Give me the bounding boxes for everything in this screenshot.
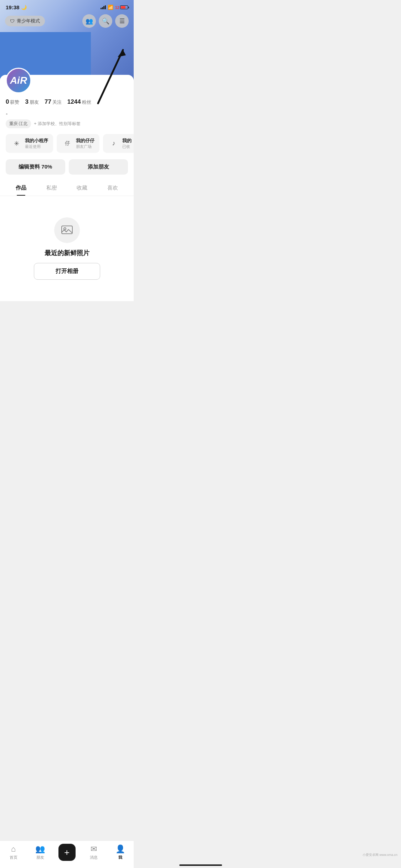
stat-friends-number: 3 [25, 98, 28, 105]
music-title: 我的 [122, 138, 132, 144]
youth-mode-label: 青少年模式 [17, 18, 40, 24]
tab-private[interactable]: 私密 [36, 180, 67, 196]
mini-program-icon: ✳ [11, 138, 22, 149]
wifi-icon: 📶 [108, 5, 113, 10]
mini-program-sub: 最近使用 [25, 144, 48, 149]
add-tag-button[interactable]: + 添加学校、性别等标签 [34, 121, 80, 127]
stat-likes-number: 0 [6, 98, 9, 105]
music-text: 我的 已收 [122, 138, 132, 149]
youth-mode-shield-icon: 🛡 [10, 19, 15, 24]
status-icons: 📶 12 [101, 5, 128, 10]
quick-action-mini-programs[interactable]: ✳ 我的小程序 最近使用 [6, 134, 53, 153]
header-controls: 🛡 青少年模式 👥 🔍 ☰ [0, 14, 134, 28]
signal-icon [101, 5, 106, 9]
stat-following[interactable]: 77 关注 [45, 98, 62, 105]
quick-action-zaizai[interactable]: 仔 我的仔仔 朋友广场 [57, 134, 99, 153]
avatar: AiR [6, 68, 31, 93]
tags-row: 重庆·江北 + 添加学校、性别等标签 [0, 118, 134, 132]
menu-button[interactable]: ☰ [115, 14, 129, 28]
stat-likes[interactable]: 0 获赞 [6, 98, 19, 105]
tab-private-label: 私密 [46, 185, 57, 191]
tab-likes[interactable]: 喜欢 [97, 180, 128, 196]
stat-following-label: 关注 [52, 99, 62, 105]
users-icon: 👥 [86, 17, 93, 25]
stat-likes-label: 获赞 [10, 99, 19, 105]
zaizai-title: 我的仔仔 [76, 138, 94, 144]
mini-program-title: 我的小程序 [25, 138, 48, 144]
zaizai-text: 我的仔仔 朋友广场 [76, 138, 94, 149]
stat-following-number: 77 [45, 98, 51, 105]
tab-works[interactable]: 作品 [6, 180, 36, 196]
zaizai-icon: 仔 [62, 138, 73, 149]
content-tabs: 作品 私密 收藏 喜欢 [0, 180, 134, 196]
add-tag-label: + 添加学校、性别等标签 [34, 121, 80, 127]
empty-photo-icon [54, 217, 80, 243]
status-time: 19:38 [6, 4, 19, 10]
arrow-annotation [87, 43, 130, 107]
stat-friends-label: 朋友 [30, 99, 39, 105]
open-album-button[interactable]: 打开相册 [34, 263, 100, 280]
empty-state: 最近的新鲜照片 打开相册 [0, 196, 134, 294]
stat-friends[interactable]: 3 朋友 [25, 98, 38, 105]
header-icon-group: 👥 🔍 ☰ [82, 14, 129, 28]
svg-line-0 [98, 50, 123, 103]
search-icon: 🔍 [102, 17, 109, 25]
add-friend-button[interactable]: 添加朋友 [69, 159, 128, 175]
music-icon: ♪ [108, 138, 119, 149]
moon-icon: 🌙 [21, 5, 27, 10]
search-button[interactable]: 🔍 [99, 14, 112, 28]
tab-likes-label: 喜欢 [107, 185, 118, 191]
music-sub: 已收 [122, 144, 132, 149]
mini-program-text: 我的小程序 最近使用 [25, 138, 48, 149]
avatar-text: AiR [10, 75, 27, 86]
action-buttons: 编辑资料 70% 添加朋友 [0, 157, 134, 180]
bio-text: 。 [6, 109, 11, 115]
bio-area: 。 [0, 108, 134, 118]
svg-rect-2 [62, 226, 72, 234]
tab-favorites[interactable]: 收藏 [67, 180, 98, 196]
youth-mode-button[interactable]: 🛡 青少年模式 [5, 16, 45, 26]
quick-actions-row: ✳ 我的小程序 最近使用 仔 我的仔仔 朋友广场 ♪ 我的 已收 [0, 132, 134, 157]
tab-works-label: 作品 [16, 185, 26, 191]
edit-profile-button[interactable]: 编辑资料 70% [6, 159, 65, 175]
tab-favorites-label: 收藏 [77, 185, 87, 191]
empty-state-title: 最近的新鲜照片 [45, 249, 89, 257]
main-card: AiR 0 获赞 3 朋友 77 关注 1244 粉丝 。 重庆·江北 + 添加… [0, 75, 134, 301]
quick-action-music[interactable]: ♪ 我的 已收 [103, 134, 134, 153]
stat-fans-number: 1244 [67, 98, 81, 105]
zaizai-sub: 朋友广场 [76, 144, 94, 149]
battery-icon: 12 [115, 5, 128, 10]
status-bar: 19:38 🌙 📶 12 [0, 0, 134, 13]
menu-icon: ☰ [119, 17, 125, 25]
location-tag[interactable]: 重庆·江北 [6, 119, 31, 128]
users-button[interactable]: 👥 [82, 14, 96, 28]
